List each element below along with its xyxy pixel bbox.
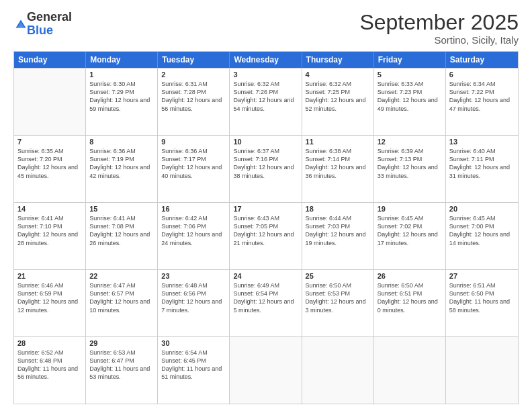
day-info: Sunrise: 6:53 AMSunset: 6:47 PMDaylight:…: [89, 349, 154, 381]
day-info: Sunrise: 6:39 AMSunset: 7:13 PMDaylight:…: [378, 147, 442, 180]
day-number: 3: [233, 71, 298, 79]
day-cell-2-2: 8Sunrise: 6:36 AMSunset: 7:19 PMDaylight…: [86, 136, 158, 202]
day-cell-3-3: 16Sunrise: 6:42 AMSunset: 7:06 PMDayligh…: [158, 203, 230, 269]
header-saturday: Saturday: [446, 52, 518, 68]
logo-text: General Blue: [27, 11, 72, 38]
day-info: Sunrise: 6:52 AMSunset: 6:48 PMDaylight:…: [17, 349, 82, 381]
day-cell-3-7: 20Sunrise: 6:45 AMSunset: 7:00 PMDayligh…: [446, 203, 518, 269]
day-info: Sunrise: 6:40 AMSunset: 7:11 PMDaylight:…: [449, 147, 515, 180]
day-info: Sunrise: 6:50 AMSunset: 6:53 PMDaylight:…: [306, 281, 370, 314]
day-cell-3-5: 18Sunrise: 6:44 AMSunset: 7:03 PMDayligh…: [302, 203, 374, 269]
day-number: 6: [449, 71, 515, 79]
day-cell-5-4: [230, 337, 302, 404]
day-number: 11: [306, 138, 370, 146]
day-number: 29: [89, 339, 154, 347]
header-thursday: Thursday: [302, 52, 374, 68]
day-number: 9: [161, 138, 226, 146]
day-number: 15: [89, 205, 154, 213]
title-block: September 2025 Sortino, Sicily, Italy: [359, 11, 519, 46]
day-cell-4-4: 24Sunrise: 6:49 AMSunset: 6:54 PMDayligh…: [230, 270, 302, 336]
day-info: Sunrise: 6:49 AMSunset: 6:54 PMDaylight:…: [233, 281, 298, 314]
day-cell-4-5: 25Sunrise: 6:50 AMSunset: 6:53 PMDayligh…: [302, 270, 374, 336]
day-cell-3-1: 14Sunrise: 6:41 AMSunset: 7:10 PMDayligh…: [14, 203, 86, 269]
header-friday: Friday: [374, 52, 446, 68]
day-number: 10: [233, 138, 298, 146]
logo-general: General: [27, 11, 72, 24]
logo-blue: Blue: [27, 24, 72, 38]
day-cell-4-6: 26Sunrise: 6:50 AMSunset: 6:51 PMDayligh…: [374, 270, 446, 336]
day-info: Sunrise: 6:32 AMSunset: 7:25 PMDaylight:…: [306, 80, 370, 113]
day-info: Sunrise: 6:31 AMSunset: 7:28 PMDaylight:…: [161, 80, 226, 113]
day-info: Sunrise: 6:42 AMSunset: 7:06 PMDaylight:…: [161, 214, 226, 247]
day-info: Sunrise: 6:33 AMSunset: 7:23 PMDaylight:…: [378, 80, 442, 113]
day-cell-1-3: 2Sunrise: 6:31 AMSunset: 7:28 PMDaylight…: [158, 68, 230, 135]
day-info: Sunrise: 6:45 AMSunset: 7:02 PMDaylight:…: [378, 214, 442, 247]
day-cell-2-5: 11Sunrise: 6:38 AMSunset: 7:14 PMDayligh…: [302, 136, 374, 202]
day-cell-5-2: 29Sunrise: 6:53 AMSunset: 6:47 PMDayligh…: [86, 337, 158, 404]
day-number: 16: [161, 205, 226, 213]
day-number: 28: [17, 339, 82, 347]
day-info: Sunrise: 6:30 AMSunset: 7:29 PMDaylight:…: [89, 80, 154, 113]
day-cell-1-5: 4Sunrise: 6:32 AMSunset: 7:25 PMDaylight…: [302, 68, 374, 135]
day-info: Sunrise: 6:36 AMSunset: 7:19 PMDaylight:…: [89, 147, 154, 180]
day-number: 23: [161, 272, 226, 280]
day-cell-3-2: 15Sunrise: 6:41 AMSunset: 7:08 PMDayligh…: [86, 203, 158, 269]
day-info: Sunrise: 6:34 AMSunset: 7:22 PMDaylight:…: [449, 80, 515, 113]
day-number: 24: [233, 272, 298, 280]
day-cell-4-2: 22Sunrise: 6:47 AMSunset: 6:57 PMDayligh…: [86, 270, 158, 336]
day-number: 18: [306, 205, 370, 213]
day-info: Sunrise: 6:37 AMSunset: 7:16 PMDaylight:…: [233, 147, 298, 180]
day-number: 25: [306, 272, 370, 280]
calendar-header: Sunday Monday Tuesday Wednesday Thursday…: [14, 52, 518, 68]
logo: General Blue: [13, 11, 72, 38]
day-number: 20: [449, 205, 515, 213]
day-number: 17: [233, 205, 298, 213]
calendar: Sunday Monday Tuesday Wednesday Thursday…: [13, 51, 519, 404]
day-number: 30: [161, 339, 226, 347]
week-row-3: 14Sunrise: 6:41 AMSunset: 7:10 PMDayligh…: [14, 202, 518, 269]
day-number: 2: [161, 71, 226, 79]
day-number: 22: [89, 272, 154, 280]
day-info: Sunrise: 6:44 AMSunset: 7:03 PMDaylight:…: [306, 214, 370, 247]
logo-icon: [15, 19, 27, 31]
day-cell-1-7: 6Sunrise: 6:34 AMSunset: 7:22 PMDaylight…: [446, 68, 518, 135]
day-info: Sunrise: 6:36 AMSunset: 7:17 PMDaylight:…: [161, 147, 226, 180]
day-number: 19: [378, 205, 442, 213]
day-info: Sunrise: 6:38 AMSunset: 7:14 PMDaylight:…: [306, 147, 370, 180]
day-info: Sunrise: 6:54 AMSunset: 6:45 PMDaylight:…: [161, 349, 226, 381]
day-info: Sunrise: 6:32 AMSunset: 7:26 PMDaylight:…: [233, 80, 298, 113]
day-info: Sunrise: 6:51 AMSunset: 6:50 PMDaylight:…: [449, 281, 515, 314]
location: Sortino, Sicily, Italy: [359, 34, 519, 46]
header-monday: Monday: [86, 52, 158, 68]
header-sunday: Sunday: [14, 52, 86, 68]
day-number: 13: [449, 138, 515, 146]
day-info: Sunrise: 6:41 AMSunset: 7:10 PMDaylight:…: [17, 214, 82, 247]
day-number: 14: [17, 205, 82, 213]
day-number: 12: [378, 138, 442, 146]
day-cell-1-4: 3Sunrise: 6:32 AMSunset: 7:26 PMDaylight…: [230, 68, 302, 135]
day-cell-3-4: 17Sunrise: 6:43 AMSunset: 7:05 PMDayligh…: [230, 203, 302, 269]
week-row-1: 1Sunrise: 6:30 AMSunset: 7:29 PMDaylight…: [14, 68, 518, 135]
day-info: Sunrise: 6:43 AMSunset: 7:05 PMDaylight:…: [233, 214, 298, 247]
day-number: 27: [449, 272, 515, 280]
day-info: Sunrise: 6:45 AMSunset: 7:00 PMDaylight:…: [449, 214, 515, 247]
day-number: 21: [17, 272, 82, 280]
day-cell-4-1: 21Sunrise: 6:46 AMSunset: 6:59 PMDayligh…: [14, 270, 86, 336]
day-cell-5-7: [446, 337, 518, 404]
page: General Blue September 2025 Sortino, Sic…: [0, 0, 532, 411]
day-cell-5-6: [374, 337, 446, 404]
day-info: Sunrise: 6:41 AMSunset: 7:08 PMDaylight:…: [89, 214, 154, 247]
day-info: Sunrise: 6:35 AMSunset: 7:20 PMDaylight:…: [17, 147, 82, 180]
day-cell-3-6: 19Sunrise: 6:45 AMSunset: 7:02 PMDayligh…: [374, 203, 446, 269]
day-number: 4: [306, 71, 370, 79]
day-number: 5: [378, 71, 442, 79]
day-cell-2-6: 12Sunrise: 6:39 AMSunset: 7:13 PMDayligh…: [374, 136, 446, 202]
day-cell-4-3: 23Sunrise: 6:48 AMSunset: 6:56 PMDayligh…: [158, 270, 230, 336]
day-cell-2-4: 10Sunrise: 6:37 AMSunset: 7:16 PMDayligh…: [230, 136, 302, 202]
day-cell-2-7: 13Sunrise: 6:40 AMSunset: 7:11 PMDayligh…: [446, 136, 518, 202]
calendar-body: 1Sunrise: 6:30 AMSunset: 7:29 PMDaylight…: [14, 68, 518, 404]
week-row-2: 7Sunrise: 6:35 AMSunset: 7:20 PMDaylight…: [14, 135, 518, 202]
day-info: Sunrise: 6:50 AMSunset: 6:51 PMDaylight:…: [378, 281, 442, 314]
day-number: 1: [89, 71, 154, 79]
day-number: 7: [17, 138, 82, 146]
